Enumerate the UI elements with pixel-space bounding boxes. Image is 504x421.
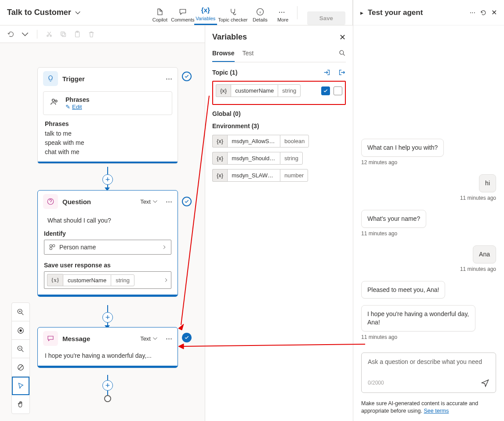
info-icon [256,7,265,16]
search-button[interactable] [339,50,346,62]
variable-type: string [280,152,303,165]
variable-name: msdyn_SLAWeb… [227,169,280,182]
zoom-in-button[interactable] [12,303,29,321]
env-variable-row[interactable]: {x} msdyn_ShouldSho… string [212,152,346,165]
select-tool-button[interactable] [12,377,29,395]
phrases-card[interactable]: Phrases ✎Edit [43,91,172,115]
cut-button[interactable] [45,30,53,38]
close-button[interactable]: ✕ [339,32,346,42]
pencil-icon: ✎ [65,104,70,110]
see-terms-link[interactable]: See terms [424,408,449,414]
zoom-out-button[interactable] [12,340,29,358]
env-variable-row[interactable]: {x} msdyn_SLAWeb… number [212,169,346,182]
input-checkbox[interactable] [321,86,330,95]
paste-button[interactable] [73,30,81,38]
tab-test[interactable]: Test [243,50,254,62]
node-more-button[interactable]: ··· [166,74,172,83]
phrase-line: talk to me [45,129,170,138]
svg-rect-10 [50,248,52,250]
lightbulb-icon [43,71,58,86]
variable-selector[interactable]: {x} customerName string [44,271,171,289]
env-section-title: Environment (3) [212,122,346,130]
question-prompt: What should I call you? [47,217,171,224]
variables-panel: Variables ✕ Browse Test Topic (1) {x} cu… [205,25,353,421]
divider [37,30,37,39]
question-node[interactable]: Question Text ··· What should I call you… [37,190,178,297]
output-icon[interactable] [338,68,346,76]
topic-title-dropdown[interactable]: Talk to Customer [7,8,81,17]
tab-label: More [277,17,288,22]
send-button[interactable] [481,378,489,387]
node-accent [38,295,178,296]
pan-tool-button[interactable] [12,395,29,414]
node-title: Trigger [62,75,161,83]
timestamp: 11 minutes ago [460,195,496,201]
svg-rect-8 [50,245,52,247]
variable-name: msdyn_ShouldSho… [227,152,280,165]
add-node-button[interactable]: + [102,312,113,323]
node-more-button[interactable]: ··· [166,334,172,343]
save-response-label: Save user response as [44,262,171,269]
cursor-icon [17,382,25,390]
topic-title-text: Talk to Customer [7,8,71,17]
chat-input[interactable]: Ask a question or describe what you need… [361,353,496,393]
trigger-node[interactable]: Trigger ··· Phrases ✎Edit Phrases talk t… [37,67,178,164]
tab-topic-checker[interactable]: Topic checker [217,0,249,25]
svg-point-12 [19,329,22,331]
variable-type: number [280,169,308,182]
output-type-dropdown[interactable]: Text [140,335,158,342]
node-title: Question [62,198,136,205]
fit-button[interactable] [12,321,29,340]
timestamp: 11 minutes ago [361,230,397,237]
close-panel-button[interactable]: ✕ [491,8,497,17]
svg-rect-3 [76,32,80,37]
tab-comments[interactable]: Comments [171,0,194,25]
composer-placeholder: Ask a question or describe what you need [368,358,489,376]
copy-button[interactable] [59,30,67,38]
edit-phrases-link[interactable]: ✎Edit [65,104,82,110]
variable-icon: {x} [216,84,231,97]
topic-variable-row[interactable]: {x} customerName string [216,84,301,97]
tab-label: Comments [171,17,194,22]
tab-copilot[interactable]: Copilot [149,0,171,25]
output-checkbox[interactable] [334,86,342,95]
svg-rect-9 [53,245,55,247]
topic-section-title: Topic (1) [212,69,323,76]
timestamp: 12 minutes ago [361,159,397,166]
zoom-out-icon [17,345,25,353]
undo-dropdown[interactable] [21,30,29,38]
chevron-right-icon[interactable]: ▸ [360,9,363,16]
variable-icon: {x} [212,152,227,165]
copilot-icon [156,7,164,16]
type-text: Text [140,198,151,205]
hand-icon [17,400,25,408]
more-button[interactable]: ··· [470,9,475,17]
disclaimer-text: Make sure AI-generated content is accura… [361,400,478,414]
comment-icon [178,7,187,16]
reset-button[interactable] [12,358,29,377]
save-button[interactable]: Save [307,11,345,25]
copy-icon [59,30,67,38]
tab-details[interactable]: Details [249,0,272,25]
more-icon: ··· [279,7,287,16]
variable-name: msdyn_AllowSe… [227,135,280,148]
identify-selector[interactable]: Person name [44,240,171,255]
node-title: Message [62,335,136,342]
add-node-button[interactable]: + [102,174,113,185]
add-node-button[interactable]: + [102,380,113,391]
tab-variables[interactable]: {x} Variables [194,0,217,25]
tab-more[interactable]: ··· More [272,0,294,25]
user-message: Ana [473,245,496,263]
node-more-button[interactable]: ··· [166,197,172,206]
undo-button[interactable] [7,30,15,38]
delete-button[interactable] [87,30,95,38]
timestamp: 11 minutes ago [460,266,496,272]
status-check-icon [182,197,192,206]
global-section-title: Global (0) [212,110,346,117]
input-icon[interactable] [323,68,331,76]
message-node[interactable]: Message Text ··· I hope you're having a … [37,327,178,368]
env-variable-row[interactable]: {x} msdyn_AllowSe… boolean [212,135,346,148]
tab-browse[interactable]: Browse [212,50,235,62]
refresh-button[interactable] [480,9,487,16]
output-type-dropdown[interactable]: Text [140,198,158,205]
